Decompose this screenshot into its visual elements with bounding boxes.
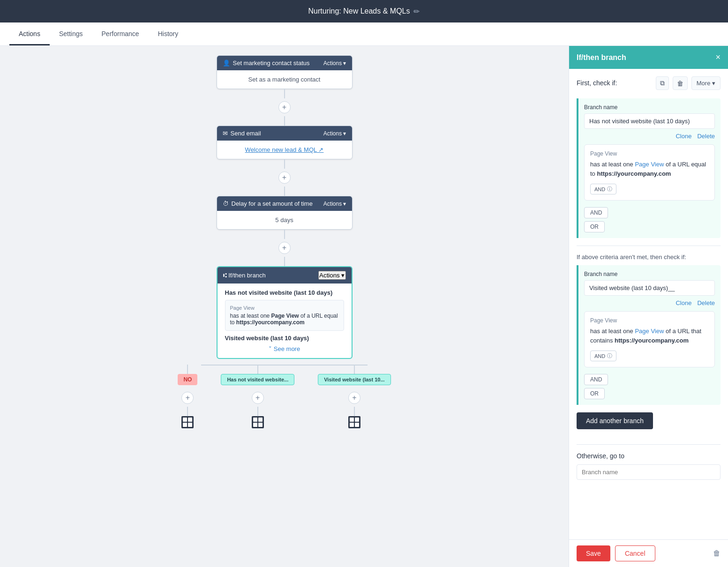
footer-actions: Save Cancel — [577, 545, 655, 561]
branch-visited-add[interactable]: + — [348, 392, 360, 404]
branch2-criteria-desc: has at least one Page View of a URL that… — [590, 327, 709, 345]
delete-icon: 🗑 — [713, 549, 720, 557]
workflow-nodes: 👤 Set marketing contact status Actions ▾… — [139, 55, 430, 428]
connector-line-4 — [284, 187, 285, 196]
email-icon: ✉ — [223, 130, 228, 137]
branch2-clone[interactable]: Clone — [675, 299, 691, 306]
topbar-title: Nurturing: New Leads & MQLs ✏ — [308, 7, 420, 16]
connector-line-1 — [284, 89, 285, 98]
if-above-label: If above criteria aren't met, then check… — [577, 254, 720, 261]
tabs-bar: Actions Settings Performance History — [0, 22, 728, 46]
node-delay-header: ⏱ Delay for a set amount of time Actions… — [217, 196, 352, 211]
node-ifthen-body: Has not visited website (last 10 days) P… — [218, 284, 352, 358]
branch-not-visited-add[interactable]: + — [252, 392, 264, 404]
branch1-panel: Branch name Clone Delete Page View has a… — [577, 98, 720, 238]
branch2-and-tag[interactable]: AND ⓘ — [590, 351, 616, 361]
branch2-pageview-link[interactable]: Page View — [635, 328, 664, 335]
panel-header: If/then branch × — [569, 46, 728, 69]
branch1-criteria-box: Page View has at least one Page View of … — [584, 144, 715, 201]
branch-no-add[interactable]: + — [181, 392, 194, 404]
edit-title-icon[interactable]: ✏ — [413, 7, 420, 16]
branch-no-end — [181, 416, 194, 428]
criteria-type-label: Page View — [230, 305, 339, 311]
node-ifthen-actions[interactable]: Actions ▾ — [318, 271, 345, 280]
delete-branch-btn[interactable]: 🗑 — [713, 549, 720, 558]
add-branch-btn[interactable]: Add another branch — [577, 412, 653, 429]
node-ifthen: ⑆ If/then branch Actions ▾ Has not visit… — [217, 266, 353, 359]
branch2-criteria-type: Page View — [590, 317, 709, 324]
branch2-name-label: Branch name — [584, 271, 715, 277]
panel-close-btn[interactable]: × — [715, 52, 720, 62]
node-set-marketing: 👤 Set marketing contact status Actions ▾… — [217, 55, 353, 89]
branch1-name-label: Branch name — [584, 104, 715, 111]
ifthen-branch1-title: Has not visited website (last 10 days) — [225, 289, 344, 296]
branch1-pageview-link[interactable]: Page View — [635, 161, 664, 168]
add-step-btn-3[interactable]: + — [278, 242, 291, 254]
node-delay-actions[interactable]: Actions ▾ — [323, 201, 346, 207]
right-panel: If/then branch × First, check if: ⧉ 🗑 — [569, 46, 728, 567]
add-step-btn-2[interactable]: + — [278, 172, 291, 184]
node-delay-title: Delay for a set amount of time — [232, 200, 313, 207]
info-icon[interactable]: ⓘ — [607, 186, 612, 193]
see-more-btn[interactable]: ˅ See more — [225, 345, 344, 352]
branch1-and-btn[interactable]: AND — [584, 207, 608, 218]
copy-icon: ⧉ — [660, 79, 665, 87]
cancel-button[interactable]: Cancel — [615, 545, 655, 561]
panel-footer: Save Cancel 🗑 — [569, 539, 728, 567]
more-btn[interactable]: More ▾ — [691, 76, 720, 90]
branch1-delete[interactable]: Delete — [697, 133, 715, 140]
node-delay-body: 5 days — [217, 211, 352, 229]
panel-body: First, check if: ⧉ 🗑 More ▾ — [569, 69, 728, 539]
branch1-and-tag[interactable]: AND ⓘ — [590, 184, 616, 194]
topbar: Nurturing: New Leads & MQLs ✏ — [0, 0, 728, 22]
if-above-section: If above criteria aren't met, then check… — [577, 254, 720, 405]
node-delay: ⏱ Delay for a set amount of time Actions… — [217, 196, 353, 230]
tab-settings[interactable]: Settings — [50, 23, 92, 45]
ifthen-branch2-title: Visited website (last 10 days) — [225, 335, 344, 342]
tab-history[interactable]: History — [149, 23, 188, 45]
trash-icon: 🗑 — [677, 80, 683, 87]
workflow-title: Nurturing: New Leads & MQLs — [308, 7, 410, 15]
branch1-criteria-desc: has at least one Page View of a URL equa… — [590, 160, 709, 178]
node-send-email: ✉ Send email Actions ▾ Welcome new lead … — [217, 126, 353, 159]
node-send-email-actions[interactable]: Actions ▾ — [323, 130, 346, 137]
delay-icon: ⏱ — [223, 200, 229, 207]
branch-no-label: NO — [178, 374, 197, 385]
branch-no: NO + — [178, 365, 197, 428]
branch-area: NO + Has not visited website... + — [178, 365, 390, 428]
connector-line-3 — [284, 159, 285, 169]
otherwise-section: Otherwise, go to — [577, 444, 720, 484]
tab-performance[interactable]: Performance — [92, 23, 149, 45]
user-icon: 👤 — [223, 60, 230, 67]
trash-btn-toolbar[interactable]: 🗑 — [673, 76, 688, 90]
branch1-clone[interactable]: Clone — [675, 133, 691, 140]
section-divider-2 — [577, 444, 720, 445]
add-step-btn-1[interactable]: + — [278, 101, 291, 113]
connector-line-6 — [284, 257, 285, 266]
email-link[interactable]: Welcome new lead & MQL ↗ — [245, 146, 324, 153]
branch2-delete[interactable]: Delete — [697, 299, 715, 306]
info-icon-2[interactable]: ⓘ — [607, 352, 612, 359]
branch2-and-btn[interactable]: AND — [584, 374, 608, 385]
node-set-marketing-actions[interactable]: Actions ▾ — [323, 60, 346, 67]
branch1-name-input[interactable] — [584, 113, 715, 129]
branch2-actions: Clone Delete — [584, 299, 715, 306]
branch2-or-btn[interactable]: OR — [584, 388, 605, 399]
branch2-panel: Branch name Clone Delete Page View has a… — [577, 265, 720, 405]
copy-btn[interactable]: ⧉ — [656, 76, 669, 90]
otherwise-input[interactable] — [577, 464, 720, 480]
node-set-marketing-body: Set as a marketing contact — [217, 70, 352, 89]
workflow-canvas: 👤 Set marketing contact status Actions ▾… — [0, 46, 569, 567]
node-send-email-header: ✉ Send email Actions ▾ — [217, 126, 352, 141]
panel-toolbar: ⧉ 🗑 More ▾ — [656, 76, 720, 90]
first-check-label: First, check if: — [577, 79, 617, 87]
branch1-or-btn[interactable]: OR — [584, 221, 605, 232]
branch2-criteria-box: Page View has at least one Page View of … — [584, 311, 715, 367]
node-set-marketing-header: 👤 Set marketing contact status Actions ▾ — [217, 56, 352, 70]
ifthen-criteria-box: Page View has at least one Page View of … — [225, 300, 344, 331]
save-button[interactable]: Save — [577, 545, 610, 561]
branch2-name-input[interactable] — [584, 280, 715, 296]
section-divider — [577, 246, 720, 246]
node-ifthen-header: ⑆ If/then branch Actions ▾ — [218, 267, 352, 284]
tab-actions[interactable]: Actions — [9, 23, 50, 45]
